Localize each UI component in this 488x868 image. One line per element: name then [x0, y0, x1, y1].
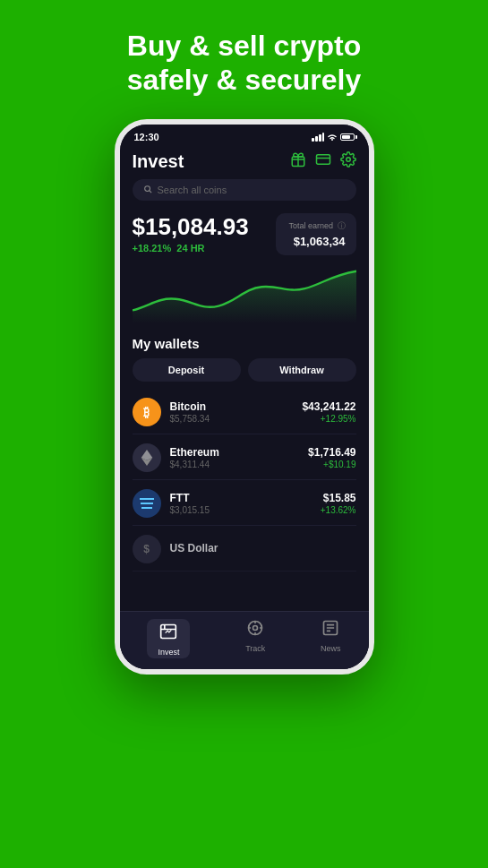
header-icons: [290, 151, 356, 171]
wallets-section: My wallets Deposit Withdraw ₿ Bitcoin $5…: [120, 331, 369, 577]
eth-icon: [133, 443, 161, 472]
coin-price: $43,241.22: [302, 400, 355, 413]
phone-screen: 12:30: [120, 125, 369, 669]
coin-holding: $4,311.44: [170, 460, 309, 469]
coin-holding: $5,758.34: [170, 414, 303, 424]
coin-price-col: $1,716.49 +$10.19: [308, 446, 355, 469]
list-item[interactable]: FTT $3,015.15 $15.85 +13.62%: [133, 482, 356, 526]
coin-name: Bitcoin: [170, 400, 303, 413]
svg-rect-1: [315, 136, 318, 142]
info-icon: ⓘ: [338, 221, 346, 230]
nav-item-news[interactable]: News: [321, 619, 341, 658]
coin-name: Ethereum: [170, 446, 309, 459]
phone-mockup: 12:30: [115, 119, 374, 675]
status-bar: 12:30: [120, 125, 369, 146]
total-earned-value: $1,063,34: [287, 235, 346, 248]
wifi-icon: [327, 133, 338, 142]
coin-change: +12.95%: [302, 414, 355, 424]
list-item[interactable]: Ethereum $4,311.44 $1,716.49 +$10.19: [133, 436, 356, 480]
gift-icon[interactable]: [290, 151, 306, 171]
coin-price: $15.85: [321, 492, 356, 504]
price-chart: [133, 262, 356, 323]
invest-nav-icon: [159, 623, 177, 645]
total-earned-box: Total earned ⓘ $1,063,34: [276, 213, 356, 255]
usd-icon: $: [133, 535, 161, 563]
coin-info: Ethereum $4,311.44: [170, 446, 309, 469]
track-nav-label: Track: [245, 644, 265, 653]
svg-rect-7: [316, 155, 330, 165]
search-icon: [143, 185, 152, 195]
balance-change: +18.21% 24 HR: [133, 243, 249, 254]
svg-point-10: [144, 185, 150, 191]
svg-rect-2: [319, 134, 321, 142]
ftt-icon: [133, 489, 161, 518]
app-title: Invest: [133, 151, 184, 172]
list-item[interactable]: $ US Dollar: [133, 528, 356, 572]
wallet-actions: Deposit Withdraw: [133, 358, 356, 382]
balance-section: $15,084.93 +18.21% 24 HR Total earned ⓘ …: [120, 210, 369, 259]
btc-icon: ₿: [133, 398, 161, 426]
svg-line-11: [149, 191, 150, 193]
battery-icon: [340, 133, 355, 141]
coin-info: FTT $3,015.15: [170, 492, 321, 515]
search-bar[interactable]: Search all coins: [133, 179, 356, 201]
svg-rect-3: [322, 133, 324, 142]
coin-name: FTT: [170, 492, 321, 504]
main-balance-block: $15,084.93 +18.21% 24 HR: [133, 213, 249, 254]
settings-icon[interactable]: [340, 151, 356, 171]
status-icons: [312, 133, 355, 142]
news-nav-icon: [321, 619, 339, 641]
chart-container: [120, 259, 369, 331]
wallets-title: My wallets: [133, 336, 356, 351]
track-nav-icon: [246, 619, 264, 641]
total-earned-label: Total earned ⓘ: [287, 220, 346, 232]
status-time: 12:30: [134, 132, 159, 142]
invest-nav-label: Invest: [158, 648, 179, 657]
nav-item-track[interactable]: Track: [245, 619, 265, 658]
coin-price-col: $15.85 +13.62%: [321, 492, 356, 515]
card-icon[interactable]: [315, 151, 331, 171]
nav-item-invest[interactable]: Invest: [147, 619, 190, 658]
coin-change: +13.62%: [321, 505, 356, 515]
list-item[interactable]: ₿ Bitcoin $5,758.34 $43,241.22 +12.95%: [133, 391, 356, 434]
bottom-nav: Invest Track: [120, 611, 369, 669]
headline: Buy & sell crypto safely & securely: [91, 0, 398, 119]
coin-info: US Dollar: [170, 542, 356, 555]
main-balance: $15,084.93: [133, 213, 249, 241]
coin-name: US Dollar: [170, 542, 356, 554]
news-nav-label: News: [321, 644, 341, 653]
coin-info: Bitcoin $5,758.34: [170, 400, 303, 424]
svg-rect-0: [312, 138, 314, 142]
signal-icon: [312, 133, 324, 142]
withdraw-button[interactable]: Withdraw: [248, 358, 356, 382]
search-placeholder: Search all coins: [158, 185, 227, 195]
svg-point-18: [253, 625, 258, 630]
coin-price: $1,716.49: [308, 446, 355, 459]
deposit-button[interactable]: Deposit: [133, 358, 241, 382]
coin-price-col: $43,241.22 +12.95%: [302, 400, 355, 424]
coin-change: +$10.19: [308, 460, 355, 469]
app-header: Invest: [120, 146, 369, 179]
coin-list: ₿ Bitcoin $5,758.34 $43,241.22 +12.95%: [133, 391, 356, 572]
coin-holding: $3,015.15: [170, 505, 321, 515]
svg-point-9: [346, 158, 350, 162]
